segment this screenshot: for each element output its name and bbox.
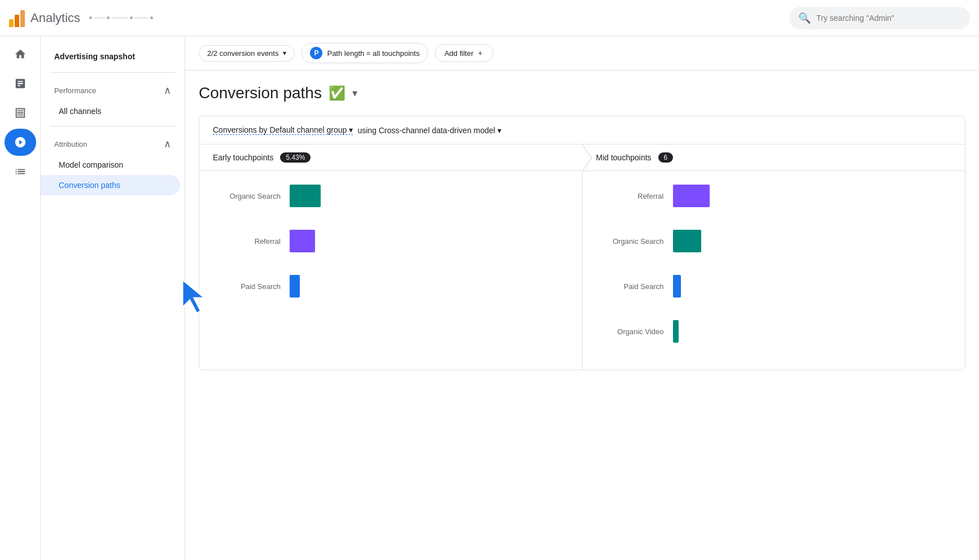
bar-label: Paid Search (213, 282, 281, 291)
mid-touchpoints-col: Mid touchpoints 6 Referral (583, 145, 965, 370)
bar-label: Referral (596, 192, 664, 200)
tp-header-mid: Mid touchpoints 6 (583, 145, 965, 171)
early-badge: 5.43% (280, 152, 311, 163)
logo-bar-3 (20, 10, 25, 27)
logo-bar-2 (15, 15, 19, 27)
bar-container (290, 275, 300, 298)
mid-label: Mid touchpoints (596, 153, 652, 162)
early-label: Early touchpoints (213, 153, 273, 162)
mid-touchpoints-header: Mid touchpoints 6 (583, 145, 965, 171)
chevron-down-icon-model: ▾ (497, 126, 501, 135)
sidebar-item-explore[interactable] (5, 99, 36, 126)
bar-label: Organic Video (596, 327, 664, 336)
bar-fill-paid-search-mid (673, 275, 681, 298)
charts-container: Early touchpoints 5.43% Organic Search (199, 145, 965, 370)
conversion-events-filter[interactable]: 2/2 conversion events ▾ (199, 45, 295, 62)
bar-fill-referral-early (290, 230, 315, 252)
mid-bars-area: Referral Organic Search (583, 171, 965, 356)
logo: Analytics (9, 9, 80, 27)
bar-label: Organic Search (596, 237, 664, 246)
chevron-down-icon: ▾ (283, 49, 286, 57)
nav-section-performance[interactable]: Performance ∧ (41, 77, 185, 101)
early-bars-area: Organic Search Referral (199, 171, 582, 311)
nav-divider-1 (50, 72, 176, 73)
nav-section-attribution[interactable]: Attribution ∧ (41, 131, 185, 155)
nav-item-advertising-snapshot[interactable]: Advertising snapshot (41, 45, 185, 68)
chart-header: Conversions by Default channel group ▾ u… (199, 116, 965, 145)
bar-container (673, 320, 679, 343)
bar-fill-organic-search-mid (673, 230, 701, 252)
bar-container (673, 275, 681, 298)
early-touchpoints-col: Early touchpoints 5.43% Organic Search (199, 145, 583, 370)
bar-fill-paid-search-early (290, 275, 300, 298)
toolbar: 2/2 conversion events ▾ P Path length = … (185, 36, 979, 71)
sidebar-item-reports[interactable] (5, 70, 36, 97)
main-layout: Advertising snapshot Performance ∧ All c… (0, 36, 979, 560)
sidebar-item-attribution[interactable] (5, 129, 36, 156)
search-icon: 🔍 (798, 12, 811, 24)
sidebar-item-home[interactable] (5, 41, 36, 68)
bar-fill-organic-search-early (290, 185, 321, 207)
p-badge: P (310, 47, 322, 59)
nav-divider-2 (50, 126, 176, 126)
bar-row-referral-early: Referral (213, 230, 569, 252)
logo-bar-1 (9, 19, 14, 27)
chevron-down-icon-title: ▾ (352, 87, 357, 99)
bar-container (673, 185, 710, 207)
bar-row-organic-video-mid: Organic Video (596, 320, 952, 343)
status-check-icon: ✅ (329, 85, 346, 101)
bar-row-organic-search-mid: Organic Search (596, 230, 952, 252)
nav-sidebar: Advertising snapshot Performance ∧ All c… (41, 36, 185, 560)
add-filter-button[interactable]: Add filter ＋ (435, 44, 493, 62)
analytics-logo-icon (9, 9, 25, 27)
nav-item-all-channels[interactable]: All channels (41, 101, 185, 121)
nav-item-model-comparison[interactable]: Model comparison (41, 155, 185, 175)
nav-item-conversion-paths[interactable]: Conversion paths (41, 175, 180, 195)
chart-panel: Conversions by Default channel group ▾ u… (199, 116, 965, 370)
app-title: Analytics (30, 11, 80, 25)
title-dropdown-button[interactable]: ▾ (352, 87, 357, 99)
bar-label: Organic Search (213, 192, 281, 200)
page-content: Conversion paths ✅ ▾ Conversions by Defa… (185, 71, 979, 384)
path-length-filter[interactable]: P Path length = all touchpoints (301, 43, 428, 63)
tp-arrow-fill (582, 145, 591, 171)
tp-header-early: Early touchpoints 5.43% (199, 145, 582, 171)
early-touchpoints-header: Early touchpoints 5.43% (199, 145, 582, 171)
bar-row-referral-mid: Referral (596, 185, 952, 207)
search-bar[interactable]: 🔍 (789, 7, 970, 29)
channel-group-dropdown[interactable]: Conversions by Default channel group ▾ (213, 125, 353, 135)
breadcrumb-dots (89, 16, 153, 19)
breadcrumb (89, 16, 780, 19)
icon-sidebar (0, 36, 41, 560)
model-dropdown[interactable]: using Cross-channel data-driven model ▾ (357, 126, 501, 135)
main-content: 2/2 conversion events ▾ P Path length = … (185, 36, 979, 560)
bar-row-paid-search-early: Paid Search (213, 275, 569, 298)
mid-badge: 6 (658, 152, 674, 163)
chevron-up-icon-2: ∧ (164, 138, 171, 150)
bar-label: Paid Search (596, 282, 664, 291)
bar-container (673, 230, 701, 252)
bar-container (290, 185, 321, 207)
plus-icon: ＋ (477, 48, 484, 58)
bar-fill-referral-mid (673, 185, 710, 207)
page-title: Conversion paths (199, 84, 322, 102)
chevron-down-icon-channel: ▾ (349, 125, 353, 134)
bar-fill-organic-video-mid (673, 320, 679, 343)
bar-container (290, 230, 315, 252)
bar-row-paid-search-mid: Paid Search (596, 275, 952, 298)
page-title-row: Conversion paths ✅ ▾ (199, 84, 965, 102)
search-input[interactable] (816, 14, 961, 23)
header: Analytics 🔍 (0, 0, 979, 36)
sidebar-item-configure[interactable] (5, 158, 36, 185)
bar-row-organic-search-early: Organic Search (213, 185, 569, 207)
chevron-up-icon: ∧ (164, 84, 171, 97)
bar-label: Referral (213, 237, 281, 246)
